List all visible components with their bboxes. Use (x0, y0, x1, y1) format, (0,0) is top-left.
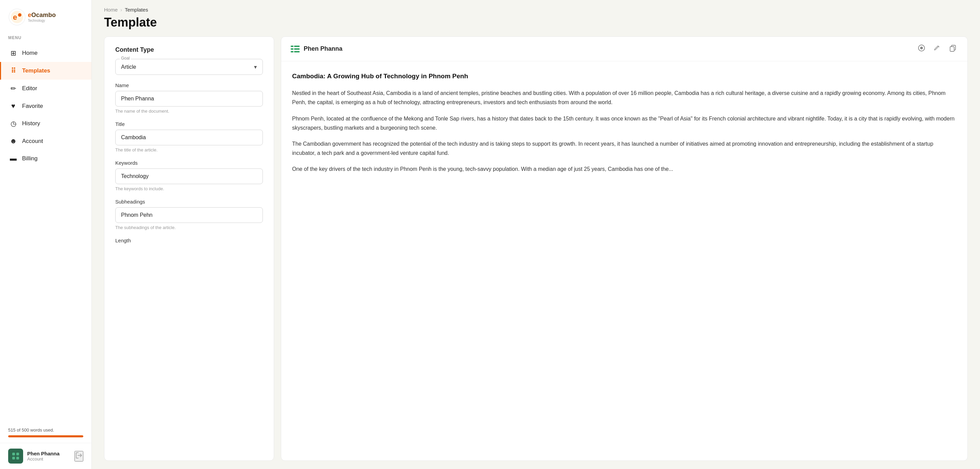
sidebar-item-account[interactable]: ☻ Account (0, 132, 91, 150)
user-role: Account (27, 456, 70, 461)
svg-rect-10 (291, 48, 293, 50)
breadcrumb-separator: › (120, 7, 122, 13)
title-label: Title (115, 121, 263, 127)
svg-rect-11 (294, 48, 299, 50)
keywords-hint: The keywords to include. (115, 186, 263, 191)
sidebar-item-label: Templates (22, 67, 50, 74)
home-icon: ⊞ (9, 49, 18, 57)
preview-actions (916, 43, 958, 55)
preview-title: Phen Phanna (304, 45, 912, 53)
preview-header: Phen Phanna (281, 37, 967, 61)
name-group: Name The name of the document. (115, 82, 263, 114)
name-hint: The name of the document. (115, 108, 263, 114)
title-input[interactable] (115, 130, 263, 145)
form-panel: Content Type Goal Article Blog Post Emai… (104, 37, 274, 461)
preview-content: Cambodia: A Growing Hub of Technology in… (281, 61, 967, 461)
sidebar-item-label: Billing (22, 155, 37, 162)
sidebar-item-label: Favorite (22, 103, 43, 110)
sidebar-item-home[interactable]: ⊞ Home (0, 44, 91, 62)
account-icon: ☻ (9, 137, 18, 145)
main-content: Home › Templates Template Content Type G… (92, 0, 980, 469)
preview-header-icon (291, 46, 299, 53)
svg-rect-17 (950, 46, 954, 51)
goal-select-wrapper[interactable]: Goal Article Blog Post Email Social Medi… (115, 59, 263, 75)
sidebar-item-label: History (22, 120, 40, 127)
avatar (8, 448, 23, 464)
history-icon: ◷ (9, 120, 18, 128)
preview-radio-button[interactable] (916, 43, 927, 55)
preview-edit-button[interactable] (932, 43, 942, 55)
title-group: Title The title of the article. (115, 121, 263, 153)
goal-group: Goal Article Blog Post Email Social Medi… (115, 59, 263, 75)
preview-paragraph-2: Phnom Penh, located at the confluence of… (292, 114, 956, 132)
title-hint: The title of the article. (115, 147, 263, 153)
logo-text: eOcambo Technology (28, 11, 56, 22)
avatar-icon (11, 451, 21, 461)
menu-label: MENU (0, 33, 91, 44)
favorite-icon: ♥ (9, 102, 18, 110)
usage-bar-fill (8, 435, 83, 437)
svg-point-15 (920, 46, 923, 49)
preview-panel: Phen Phanna (281, 37, 968, 461)
content-area: Content Type Goal Article Blog Post Emai… (92, 37, 980, 469)
svg-rect-5 (16, 453, 19, 455)
usage-bar-background (8, 435, 83, 437)
user-name: Phen Phanna (27, 451, 70, 456)
preview-article-title: Cambodia: A Growing Hub of Technology in… (292, 71, 956, 82)
sidebar-item-favorite[interactable]: ♥ Favorite (0, 97, 91, 115)
breadcrumb-current: Templates (125, 7, 148, 13)
subheadings-hint: The subheadings of the article. (115, 225, 263, 230)
svg-rect-13 (294, 51, 299, 53)
nav-list: ⊞ Home ⠿ Templates ✏ Editor ♥ Favorite ◷… (0, 44, 91, 421)
preview-paragraph-1: Nestled in the heart of Southeast Asia, … (292, 88, 956, 107)
goal-float-label: Goal (120, 56, 131, 61)
user-info: Phen Phanna Account (27, 451, 70, 461)
preview-paragraph-3: The Cambodian government has recognized … (292, 139, 956, 158)
name-input[interactable] (115, 91, 263, 107)
form-section-label: Content Type (115, 46, 263, 53)
breadcrumb-home[interactable]: Home (104, 7, 118, 13)
editor-icon: ✏ (9, 85, 18, 93)
keywords-label: Keywords (115, 160, 263, 166)
sidebar-item-history[interactable]: ◷ History (0, 115, 91, 132)
length-label: Length (115, 238, 263, 243)
keywords-group: Keywords The keywords to include. (115, 160, 263, 191)
breadcrumb: Home › Templates (92, 0, 980, 13)
svg-rect-6 (12, 457, 15, 459)
user-section: Phen Phanna Account (0, 443, 91, 469)
keywords-input[interactable] (115, 169, 263, 184)
sidebar-item-label: Home (22, 50, 37, 56)
word-usage-section: 515 of 500 words used. (0, 421, 91, 443)
sidebar-item-label: Account (22, 138, 43, 145)
svg-rect-9 (294, 46, 299, 47)
length-group: Length (115, 238, 263, 243)
word-usage-text: 515 of 500 words used. (8, 428, 54, 432)
sidebar-item-templates[interactable]: ⠿ Templates (0, 62, 91, 80)
logo-area: e eOcambo Technology (0, 0, 91, 33)
svg-rect-7 (16, 457, 19, 459)
svg-text:e: e (13, 13, 17, 21)
svg-rect-4 (12, 453, 15, 455)
subheadings-group: Subheadings The subheadings of the artic… (115, 199, 263, 230)
sidebar-item-label: Editor (22, 85, 37, 92)
svg-rect-8 (291, 46, 293, 47)
preview-paragraph-4: One of the key drivers of the tech indus… (292, 164, 956, 174)
svg-point-3 (18, 13, 21, 17)
sidebar: e eOcambo Technology MENU ⊞ Home ⠿ Templ… (0, 0, 92, 469)
subheadings-label: Subheadings (115, 199, 263, 204)
sidebar-item-editor[interactable]: ✏ Editor (0, 80, 91, 97)
subheadings-input[interactable] (115, 207, 263, 223)
name-label: Name (115, 82, 263, 88)
goal-select[interactable]: Article Blog Post Email Social Media Ad … (116, 59, 262, 75)
preview-copy-button[interactable] (948, 43, 958, 55)
sidebar-item-billing[interactable]: ▬ Billing (0, 150, 91, 167)
logout-button[interactable] (75, 451, 83, 461)
billing-icon: ▬ (9, 155, 18, 162)
templates-icon: ⠿ (9, 67, 18, 75)
logo-icon: e (8, 8, 26, 26)
svg-rect-12 (291, 51, 293, 53)
page-title: Template (92, 13, 980, 37)
